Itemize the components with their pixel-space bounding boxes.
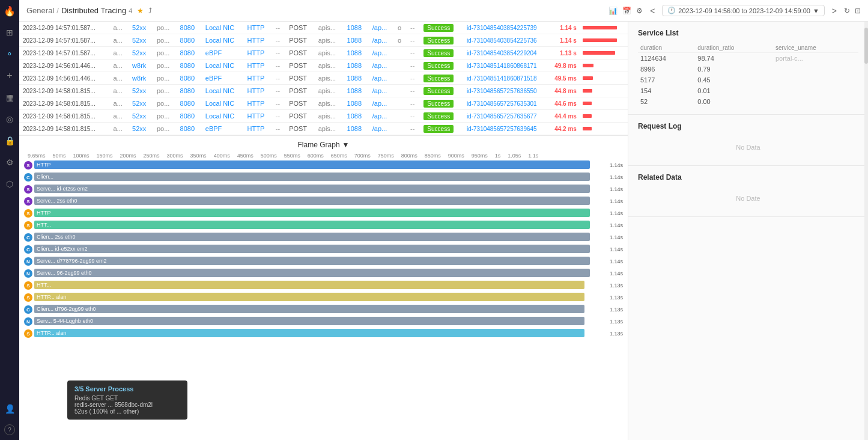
flame-row[interactable]: C Clien... 2ss eth0 1.14s — [24, 232, 623, 243]
sidebar-search-icon[interactable]: ⚬ — [4, 48, 16, 60]
flame-row[interactable]: S Serve... 2ss eth0 1.14s — [24, 196, 623, 207]
time-range-selector[interactable]: 🕐 2023-12-09 14:56:00 to 2023-12-09 14:5… — [662, 5, 824, 16]
col-type: po... — [153, 34, 177, 47]
table-row[interactable]: 2023-12-09 14:56:01.446... a... w8rk po.… — [19, 72, 628, 85]
col-port: 8080 — [177, 34, 202, 47]
table-row[interactable]: 2023-12-09 14:57:01.587... a... 52xx po.… — [19, 34, 628, 47]
gear-icon[interactable]: ⚙ — [636, 7, 643, 15]
time-range-text: 2023-12-09 14:56:00 to 2023-12-09 14:59:… — [678, 7, 810, 14]
flame-bar[interactable]: Clien... — [34, 173, 590, 181]
scrollbar-thumb[interactable] — [864, 28, 868, 64]
flame-icon-c: C — [24, 233, 32, 242]
sidebar-user-icon[interactable]: 👤 — [4, 403, 16, 415]
next-button[interactable]: > — [830, 5, 839, 17]
sidebar-shield-icon[interactable]: ⬡ — [4, 178, 16, 190]
flame-icon-s: S — [24, 197, 32, 206]
flame-bar[interactable]: HTT... — [34, 221, 590, 229]
sidebar-grid-icon[interactable]: ⊞ — [4, 26, 16, 38]
flame-duration: 1.14s — [604, 186, 623, 192]
col-endpoint: apis... — [315, 60, 344, 72]
flame-bar[interactable]: Serve... id-et2ss em2 — [34, 185, 590, 193]
service-uname — [773, 75, 858, 85]
col-protocol: HTTP — [244, 22, 272, 34]
flame-bar[interactable]: Clien... d796-2qg99 eth0 — [34, 305, 584, 313]
calendar-icon[interactable]: 📅 — [622, 7, 631, 15]
col-trace-id: id-7310485141860868171 — [463, 60, 547, 72]
flame-icon-n: N — [24, 317, 32, 326]
service-table-row[interactable]: 154 0.01 — [638, 85, 858, 96]
sidebar-logo-icon[interactable]: 🔥 — [4, 5, 16, 17]
table-row[interactable]: 2023-12-09 14:58:01.815... a... 52xx po.… — [19, 97, 628, 110]
col-extra — [394, 85, 407, 97]
service-ratio: 0.01 — [695, 85, 773, 96]
col-time: 2023-12-09 14:58:01.815... — [19, 110, 110, 123]
flame-bar[interactable]: Clien... id-e52xx em2 — [34, 245, 590, 253]
refresh-icon[interactable]: ↻ — [844, 7, 850, 15]
flame-row[interactable]: S HTT... 1.14s — [24, 220, 623, 231]
flame-bar[interactable]: Clien... 2ss eth0 — [34, 233, 590, 241]
flame-row[interactable]: S HTTP 1.14s — [24, 160, 623, 171]
chart-icon[interactable]: 📊 — [609, 7, 618, 15]
col-port: 8080 — [177, 60, 202, 72]
clock-icon: 🕐 — [667, 7, 676, 14]
service-table-row[interactable]: 52 0.00 — [638, 96, 858, 107]
table-row[interactable]: 2023-12-09 14:57:01.587... a... 52xx po.… — [19, 47, 628, 60]
flamegraph-dropdown-icon[interactable]: ▼ — [342, 141, 350, 149]
table-row[interactable]: 2023-12-09 14:58:01.815... a... 52xx po.… — [19, 85, 628, 97]
table-row[interactable]: 2023-12-09 14:58:01.815... a... 52xx po.… — [19, 123, 628, 135]
col-dash2: -- — [407, 72, 420, 85]
sidebar-help-icon[interactable]: ? — [4, 424, 15, 435]
sidebar-settings-icon[interactable]: ⚙ — [4, 156, 16, 168]
flame-bar[interactable]: Serve... d778796-2qg99 em2 — [34, 257, 590, 265]
flame-row[interactable]: C Clien... 1.14s — [24, 172, 623, 183]
col-extra: o — [394, 22, 407, 34]
col-app: a... — [110, 22, 129, 34]
sidebar-layers-icon[interactable]: ▦ — [4, 91, 16, 103]
flame-bar[interactable]: Serve... 96-2qg99 eth0 — [34, 269, 590, 277]
flame-bar[interactable]: HTTP — [34, 160, 590, 169]
flame-bar[interactable]: HTTP — [34, 209, 590, 217]
col-path: /ap... — [369, 34, 394, 47]
col-dash1: -- — [272, 72, 285, 85]
flame-row[interactable]: S HTTP 1.14s — [24, 208, 623, 219]
flame-row[interactable]: S HTT... 1.13s — [24, 280, 623, 291]
col-app: a... — [110, 72, 129, 85]
flame-row[interactable]: C Clien... d796-2qg99 eth0 1.13s — [24, 304, 623, 315]
timeline-label: 150ms — [93, 153, 117, 159]
flame-bar[interactable]: Serve... 2ss eth0 — [34, 197, 590, 205]
flame-row[interactable]: S HTTP... alan 1.13s — [24, 328, 623, 339]
flame-row[interactable]: S Serve... id-et2ss em2 1.14s — [24, 184, 623, 195]
prev-button[interactable]: < — [648, 5, 657, 17]
expand-icon[interactable]: ⊡ — [855, 7, 861, 15]
col-time: 2023-12-09 14:58:01.815... — [19, 85, 110, 97]
flame-bar[interactable]: Serv... 5-44-Lqghb eth0 — [34, 317, 584, 325]
col-dash2: -- — [407, 97, 420, 110]
table-row[interactable]: 2023-12-09 14:57:01.587... a... 52xx po.… — [19, 22, 628, 34]
table-row[interactable]: 2023-12-09 14:58:01.815... a... 52xx po.… — [19, 110, 628, 123]
sidebar-add-icon[interactable]: + — [4, 70, 16, 82]
scrollbar[interactable] — [864, 22, 868, 440]
flame-row[interactable]: N Serve... d778796-2qg99 em2 1.14s — [24, 256, 623, 267]
flame-bar-area: Serve... 96-2qg99 eth0 — [34, 269, 601, 278]
flame-bar[interactable]: HTT... — [34, 281, 584, 289]
service-table-row[interactable]: 1124634 98.74 portal-c... — [638, 53, 858, 64]
col-port: 8080 — [177, 123, 202, 135]
service-table-row[interactable]: 8996 0.79 — [638, 64, 858, 75]
star-icon[interactable]: ★ — [137, 7, 144, 15]
flame-row[interactable]: C Clien... id-e52xx em2 1.14s — [24, 244, 623, 255]
flame-bar[interactable]: HTTP... alan — [34, 293, 584, 301]
flame-row[interactable]: S HTTP... alan 1.13s — [24, 292, 623, 303]
col-path: /ap... — [369, 97, 394, 110]
service-table-row[interactable]: 5177 0.45 — [638, 75, 858, 85]
flamegraph-section: Flame Graph ▼ 9.65ms50ms100ms150ms200ms2… — [19, 136, 628, 440]
sidebar-target-icon[interactable]: ◎ — [4, 113, 16, 125]
col-version: 52xx — [129, 123, 153, 135]
flame-row[interactable]: N Serve... 96-2qg99 eth0 1.14s — [24, 268, 623, 279]
sidebar-lock-icon[interactable]: 🔒 — [4, 135, 16, 147]
flame-bar[interactable]: HTTP... alan — [34, 329, 584, 337]
col-method: POST — [285, 72, 315, 85]
table-row[interactable]: 2023-12-09 14:56:01.446... a... w8rk po.… — [19, 60, 628, 72]
share-icon[interactable]: ⤴ — [148, 7, 152, 15]
col-extra — [394, 110, 407, 123]
flame-row[interactable]: N Serv... 5-44-Lqghb eth0 1.13s — [24, 316, 623, 327]
